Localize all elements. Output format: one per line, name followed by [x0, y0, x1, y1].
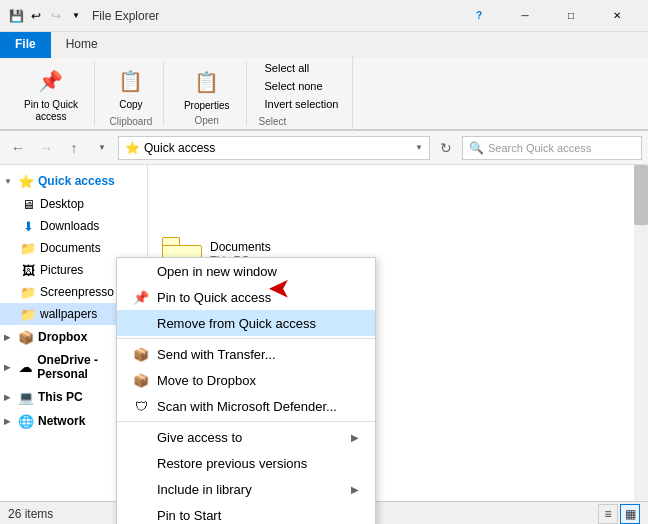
restore-icon [133, 455, 149, 471]
ctx-send-transfer[interactable]: 📦 Send with Transfer... [117, 341, 375, 367]
sidebar-network-label: Network [38, 414, 85, 428]
undo-icon: ↩ [28, 8, 44, 24]
copy-icon: 📋 [115, 65, 147, 97]
sidebar-item-downloads[interactable]: ⬇ Downloads [0, 215, 147, 237]
invert-selection-button[interactable]: Invert selection [259, 96, 345, 112]
select-none-label: Select none [265, 80, 323, 92]
ctx-scan-defender[interactable]: 🛡 Scan with Microsoft Defender... [117, 393, 375, 419]
remove-icon [133, 315, 149, 331]
ctx-separator-2 [117, 421, 375, 422]
network-expand-icon: ▶ [4, 417, 14, 426]
library-icon [133, 481, 149, 497]
select-all-button[interactable]: Select all [259, 60, 345, 76]
ctx-transfer-label: Send with Transfer... [157, 347, 359, 362]
select-group: Select all Select none Invert selection … [251, 56, 354, 131]
tab-file[interactable]: File [0, 32, 51, 58]
folder-name: Documents [210, 240, 634, 254]
ctx-pin-start[interactable]: Pin to Start [117, 502, 375, 524]
screenpresso-icon: 📁 [20, 284, 36, 300]
back-button[interactable]: ← [6, 136, 30, 160]
dropdown-icon[interactable]: ▼ [68, 8, 84, 24]
red-arrow-indicator: ➤ [268, 273, 291, 306]
title-bar-icons: 💾 ↩ ↪ ▼ [8, 8, 84, 24]
select-none-button[interactable]: Select none [259, 78, 345, 94]
ctx-remove-quick-access[interactable]: Remove from Quick access [117, 310, 375, 336]
pin-ctx-icon: 📌 [133, 289, 149, 305]
sidebar-item-documents[interactable]: 📁 Documents [0, 237, 147, 259]
minimize-button[interactable]: ─ [502, 0, 548, 32]
onedrive-expand-icon: ▶ [4, 363, 13, 372]
copy-group: 📋 Copy Clipboard [99, 62, 164, 126]
ctx-include-library[interactable]: Include in library ▶ [117, 476, 375, 502]
pictures-icon: 🖼 [20, 262, 36, 278]
ribbon-content: 📌 Pin to Quickaccess 📋 Copy Clipboard 📋 … [0, 58, 648, 130]
scrollbar-thumb[interactable] [634, 165, 648, 225]
address-box[interactable]: ⭐ Quick access ▼ [118, 136, 430, 160]
ctx-open-new-window[interactable]: Open in new window [117, 258, 375, 284]
dropbox-expand-icon: ▶ [4, 333, 14, 342]
close-button[interactable]: ✕ [594, 0, 640, 32]
ctx-library-arrow: ▶ [351, 484, 359, 495]
ctx-access-arrow: ▶ [351, 432, 359, 443]
scrollbar-track[interactable] [634, 165, 648, 501]
sidebar-quick-access-label: Quick access [38, 174, 115, 188]
window-controls: ? ─ □ ✕ [456, 0, 640, 32]
dropbox-ctx-icon: 📦 [133, 372, 149, 388]
tab-home[interactable]: Home [51, 32, 113, 58]
clipboard-label: Clipboard [110, 116, 153, 127]
ctx-pin-quick-access[interactable]: 📌 Pin to Quick access [117, 284, 375, 310]
forward-button[interactable]: → [34, 136, 58, 160]
ctx-access-label: Give access to [157, 430, 343, 445]
details-view-button[interactable]: ▦ [620, 504, 640, 524]
properties-label: Properties [184, 100, 230, 111]
downloads-icon: ⬇ [20, 218, 36, 234]
ctx-move-dropbox[interactable]: 📦 Move to Dropbox [117, 367, 375, 393]
recent-locations-button[interactable]: ▼ [90, 136, 114, 160]
refresh-button[interactable]: ↻ [434, 136, 458, 160]
properties-button[interactable]: 📋 Properties [176, 62, 238, 115]
onedrive-icon: ☁ [17, 359, 33, 375]
network-icon: 🌐 [18, 413, 34, 429]
title-bar: 💾 ↩ ↪ ▼ File Explorer ? ─ □ ✕ [0, 0, 648, 32]
ctx-pin-label: Pin to Quick access [157, 290, 359, 305]
select-group-label: Select [259, 116, 345, 127]
sidebar-item-desktop[interactable]: 🖥 Desktop [0, 193, 147, 215]
desktop-icon: 🖥 [20, 196, 36, 212]
expand-icon: ▼ [4, 177, 14, 186]
open-window-icon [133, 263, 149, 279]
address-text: Quick access [144, 141, 215, 155]
dropbox-icon: 📦 [18, 329, 34, 345]
access-icon [133, 429, 149, 445]
pin-label: Pin to Quickaccess [24, 99, 78, 123]
pin-to-quick-access-button[interactable]: 📌 Pin to Quickaccess [16, 61, 86, 127]
list-view-button[interactable]: ≡ [598, 504, 618, 524]
search-icon: 🔍 [469, 141, 484, 155]
maximize-button[interactable]: □ [548, 0, 594, 32]
ctx-restore-label: Restore previous versions [157, 456, 359, 471]
sidebar-item-quick-access[interactable]: ▼ ⭐ Quick access [0, 169, 147, 193]
transfer-icon: 📦 [133, 346, 149, 362]
ctx-restore-versions[interactable]: Restore previous versions [117, 450, 375, 476]
this-pc-expand-icon: ▶ [4, 393, 14, 402]
wallpapers-icon: 📁 [20, 306, 36, 322]
ctx-defender-label: Scan with Microsoft Defender... [157, 399, 359, 414]
sidebar-desktop-label: Desktop [40, 197, 84, 211]
search-box[interactable]: 🔍 Search Quick access [462, 136, 642, 160]
ctx-pin-start-label: Pin to Start [157, 508, 359, 523]
sidebar-screenpresso-label: Screenpresso [40, 285, 114, 299]
open-group-label: Open [194, 115, 218, 126]
clipboard-group: 📌 Pin to Quickaccess [8, 62, 95, 126]
invert-selection-label: Invert selection [265, 98, 339, 110]
main-area: ▼ ⭐ Quick access 🖥 Desktop ⬇ Downloads 📁… [0, 165, 648, 501]
sidebar-dropbox-label: Dropbox [38, 330, 87, 344]
sidebar-wallpapers-label: wallpapers [40, 307, 97, 321]
copy-label: Copy [119, 99, 142, 110]
address-bar: ← → ↑ ▼ ⭐ Quick access ▼ ↻ 🔍 Search Quic… [0, 131, 648, 165]
ribbon: File Home 📌 Pin to Quickaccess 📋 Copy Cl… [0, 32, 648, 131]
copy-button[interactable]: 📋 Copy [107, 61, 155, 114]
help-button[interactable]: ? [456, 0, 502, 32]
defender-icon: 🛡 [133, 398, 149, 414]
ctx-remove-label: Remove from Quick access [157, 316, 359, 331]
up-button[interactable]: ↑ [62, 136, 86, 160]
ctx-give-access[interactable]: Give access to ▶ [117, 424, 375, 450]
